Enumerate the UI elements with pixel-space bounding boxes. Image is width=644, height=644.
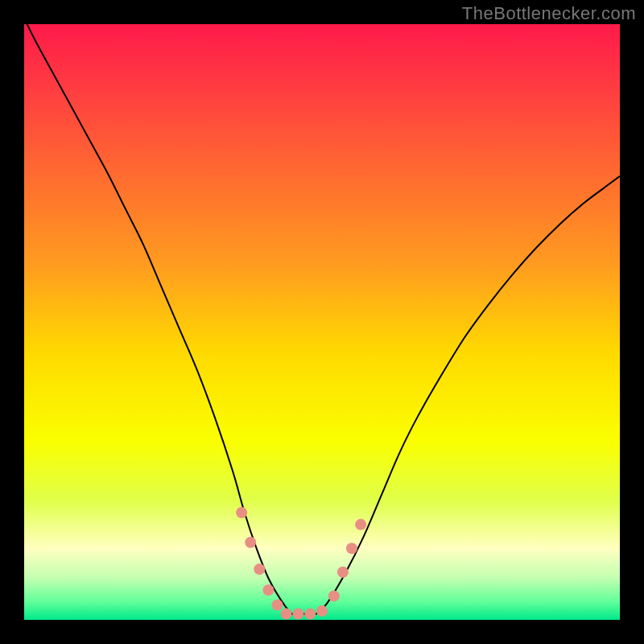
marker-point — [316, 605, 328, 617]
gradient-background — [24, 24, 620, 620]
chart-frame: TheBottlenecker.com — [0, 0, 644, 644]
marker-point — [346, 543, 357, 554]
marker-point — [245, 537, 256, 548]
marker-point — [328, 590, 340, 601]
marker-point — [272, 600, 283, 611]
watermark-text: TheBottlenecker.com — [462, 3, 636, 24]
marker-point — [337, 567, 349, 578]
marker-point — [262, 584, 274, 596]
marker-point — [236, 507, 247, 518]
plot-area — [24, 24, 620, 620]
marker-point — [355, 519, 366, 530]
chart-svg — [24, 24, 620, 620]
marker-point — [254, 564, 265, 575]
marker-point — [292, 609, 303, 620]
marker-point — [304, 609, 316, 620]
marker-point — [281, 609, 292, 620]
